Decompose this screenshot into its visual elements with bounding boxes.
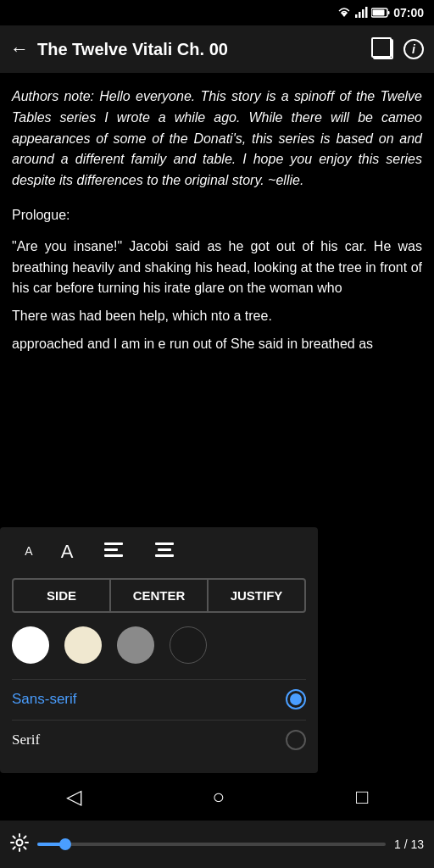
status-bar: 07:00 — [0, 0, 434, 25]
font-sans-radio-inner — [290, 693, 302, 705]
align-center-icon[interactable] — [139, 539, 190, 565]
nav-back-icon[interactable]: ◁ — [66, 785, 81, 809]
story-text-continued: There was had been help, which nto a tre… — [12, 306, 422, 327]
font-size-small[interactable]: A — [12, 542, 46, 561]
font-sans-radio[interactable] — [286, 689, 306, 709]
svg-rect-10 — [104, 554, 123, 557]
signal-icon — [354, 7, 368, 19]
color-row — [12, 626, 306, 664]
svg-rect-7 — [373, 10, 385, 16]
page-indicator: 1 / 13 — [394, 837, 424, 851]
svg-rect-13 — [155, 554, 174, 557]
align-buttons: SIDE CENTER JUSTIFY — [12, 578, 306, 613]
justify-button[interactable]: JUSTIFY — [209, 578, 306, 613]
font-option-serif[interactable]: Serif — [12, 720, 306, 760]
color-cream[interactable] — [64, 626, 102, 664]
side-button[interactable]: SIDE — [12, 578, 111, 613]
back-button[interactable]: ← — [10, 38, 29, 60]
svg-rect-9 — [104, 548, 118, 551]
info-icon[interactable]: i — [403, 39, 424, 59]
popup-menu: A A SIDE CENTER JUSTIFY — [0, 527, 318, 773]
top-bar: ← The Twelve Vitali Ch. 00 i — [0, 25, 434, 73]
progress-dot — [59, 838, 71, 850]
battery-icon — [371, 7, 390, 19]
svg-rect-1 — [355, 14, 358, 18]
authors-note: Authors note: Hello everyone. This story… — [12, 86, 422, 192]
svg-rect-6 — [388, 11, 390, 14]
story-text-2: approached and I am in e run out of She … — [12, 334, 422, 355]
top-bar-icons: i — [373, 39, 424, 59]
align-left-icon[interactable] — [88, 539, 139, 565]
status-time: 07:00 — [393, 6, 424, 19]
settings-icon[interactable] — [10, 833, 29, 856]
story-text: "Are you insane!" Jacobi said as he got … — [12, 236, 422, 299]
nav-recent-icon[interactable]: □ — [356, 785, 369, 809]
svg-rect-12 — [158, 548, 171, 551]
svg-rect-8 — [104, 542, 123, 545]
color-black[interactable] — [170, 626, 207, 664]
svg-rect-3 — [362, 9, 364, 18]
font-size-large[interactable]: A — [46, 537, 88, 566]
svg-rect-4 — [365, 7, 368, 18]
nav-bar: ◁ ○ □ — [0, 773, 434, 821]
font-serif-label: Serif — [12, 729, 40, 751]
svg-rect-2 — [359, 12, 361, 18]
status-icons: 07:00 — [337, 6, 424, 19]
book-title: The Twelve Vitali Ch. 00 — [37, 40, 364, 59]
svg-rect-11 — [155, 542, 174, 545]
center-button[interactable]: CENTER — [111, 578, 209, 613]
prologue-label: Prologue: — [12, 205, 422, 226]
copy-icon[interactable] — [373, 39, 393, 59]
svg-point-14 — [17, 839, 23, 845]
font-option-sans[interactable]: Sans-serif — [12, 679, 306, 719]
font-serif-radio[interactable] — [286, 730, 306, 750]
content-area: Authors note: Hello everyone. This story… — [0, 73, 434, 821]
bottom-bar: 1 / 13 — [0, 821, 434, 868]
wifi-icon — [337, 7, 351, 19]
color-white[interactable] — [12, 626, 49, 664]
nav-home-icon[interactable]: ○ — [213, 785, 225, 809]
progress-bar[interactable] — [37, 843, 386, 846]
color-gray[interactable] — [117, 626, 154, 664]
font-sans-label: Sans-serif — [12, 688, 77, 710]
font-size-row: A A — [12, 537, 306, 566]
